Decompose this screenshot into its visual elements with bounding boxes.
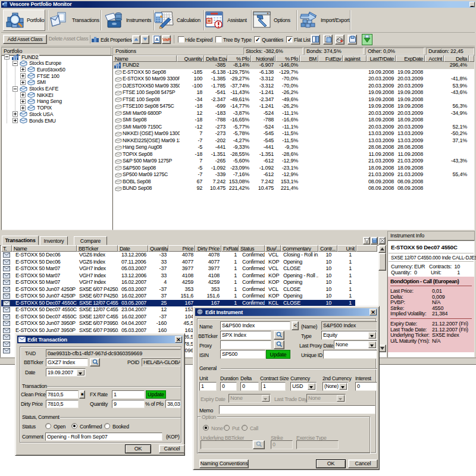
svg-text:A: A bbox=[155, 37, 159, 42]
